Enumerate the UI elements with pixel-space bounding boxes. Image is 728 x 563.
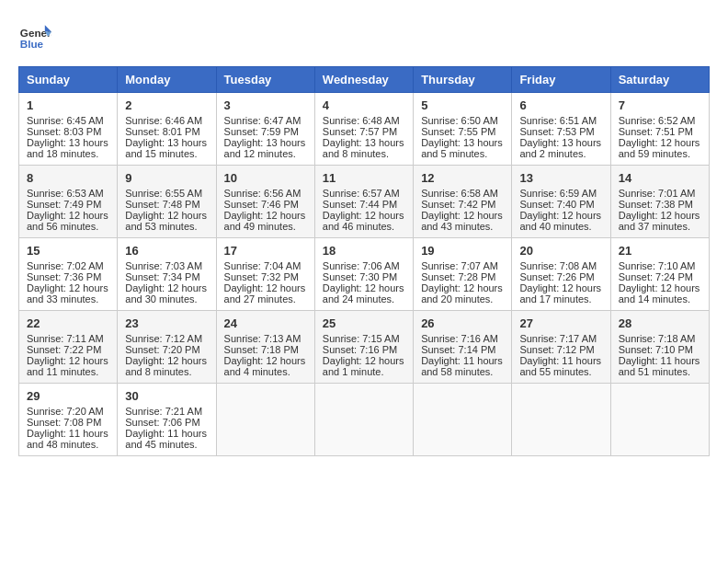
svg-text:Blue: Blue [20,38,44,50]
sunrise-text: Sunrise: 6:58 AM [421,188,504,199]
day-number: 10 [224,171,307,185]
sunrise-text: Sunrise: 6:56 AM [224,188,307,199]
day-number: 25 [323,316,405,330]
calendar-cell-day-5: 5Sunrise: 6:50 AMSunset: 7:55 PMDaylight… [414,93,512,166]
daylight-text: Daylight: 12 hours and 11 minutes. [27,355,109,377]
sunrise-text: Sunrise: 6:46 AM [125,115,208,126]
day-number: 4 [323,98,405,112]
sunset-text: Sunset: 7:18 PM [224,344,307,355]
sunset-text: Sunset: 7:24 PM [619,271,701,282]
calendar-cell-empty [314,384,413,456]
sunset-text: Sunset: 7:14 PM [421,344,504,355]
day-number: 7 [619,98,701,112]
logo: General Blue [18,18,51,52]
daylight-text: Daylight: 11 hours and 58 minutes. [421,355,504,377]
calendar-cell-day-4: 4Sunrise: 6:48 AMSunset: 7:57 PMDaylight… [314,93,413,166]
calendar-header-row: SundayMondayTuesdayWednesdayThursdayFrid… [19,67,710,93]
day-number: 17 [224,244,307,258]
day-number: 19 [421,244,504,258]
daylight-text: Daylight: 13 hours and 8 minutes. [323,137,405,159]
sunset-text: Sunset: 7:32 PM [224,271,307,282]
daylight-text: Daylight: 12 hours and 59 minutes. [619,137,701,159]
sunrise-text: Sunrise: 7:12 AM [125,333,208,344]
day-number: 29 [27,389,109,403]
day-number: 14 [619,171,701,185]
page-header: General Blue [18,18,710,52]
day-header-sunday: Sunday [19,67,118,93]
calendar-cell-day-15: 15Sunrise: 7:02 AMSunset: 7:36 PMDayligh… [19,238,118,311]
sunset-text: Sunset: 7:10 PM [619,344,701,355]
sunset-text: Sunset: 7:57 PM [323,126,405,137]
daylight-text: Daylight: 12 hours and 53 minutes. [125,210,208,232]
daylight-text: Daylight: 11 hours and 55 minutes. [519,355,602,377]
daylight-text: Daylight: 12 hours and 49 minutes. [224,210,307,232]
daylight-text: Daylight: 12 hours and 37 minutes. [619,210,701,232]
day-number: 11 [323,171,405,185]
calendar-cell-day-1: 1Sunrise: 6:45 AMSunset: 8:03 PMDaylight… [19,93,118,166]
calendar-cell-day-27: 27Sunrise: 7:17 AMSunset: 7:12 PMDayligh… [512,311,610,384]
daylight-text: Daylight: 12 hours and 4 minutes. [224,355,307,377]
daylight-text: Daylight: 13 hours and 15 minutes. [125,137,208,159]
daylight-text: Daylight: 13 hours and 18 minutes. [27,137,109,159]
day-number: 1 [27,98,109,112]
sunset-text: Sunset: 7:48 PM [125,199,208,210]
sunrise-text: Sunrise: 7:03 AM [125,260,208,271]
day-header-thursday: Thursday [414,67,512,93]
sunset-text: Sunset: 7:51 PM [619,126,701,137]
sunrise-text: Sunrise: 7:01 AM [619,188,701,199]
calendar-cell-day-25: 25Sunrise: 7:15 AMSunset: 7:16 PMDayligh… [314,311,413,384]
sunrise-text: Sunrise: 7:20 AM [27,406,109,417]
day-header-tuesday: Tuesday [216,67,314,93]
calendar-cell-day-11: 11Sunrise: 6:57 AMSunset: 7:44 PMDayligh… [314,166,413,238]
calendar-cell-day-8: 8Sunrise: 6:53 AMSunset: 7:49 PMDaylight… [19,166,118,238]
daylight-text: Daylight: 12 hours and 20 minutes. [421,282,504,304]
daylight-text: Daylight: 12 hours and 24 minutes. [323,282,405,304]
sunset-text: Sunset: 7:16 PM [323,344,405,355]
daylight-text: Daylight: 13 hours and 12 minutes. [224,137,307,159]
sunrise-text: Sunrise: 7:15 AM [323,333,405,344]
calendar-cell-day-22: 22Sunrise: 7:11 AMSunset: 7:22 PMDayligh… [19,311,118,384]
calendar-cell-day-2: 2Sunrise: 6:46 AMSunset: 8:01 PMDaylight… [118,93,216,166]
calendar-cell-day-24: 24Sunrise: 7:13 AMSunset: 7:18 PMDayligh… [216,311,314,384]
sunrise-text: Sunrise: 7:11 AM [27,333,109,344]
day-number: 20 [519,244,602,258]
sunset-text: Sunset: 8:01 PM [125,126,208,137]
daylight-text: Daylight: 12 hours and 40 minutes. [519,210,602,232]
sunrise-text: Sunrise: 6:48 AM [323,115,405,126]
day-number: 12 [421,171,504,185]
sunset-text: Sunset: 7:28 PM [421,271,504,282]
calendar-week-row: 1Sunrise: 6:45 AMSunset: 8:03 PMDaylight… [19,93,710,166]
sunset-text: Sunset: 7:08 PM [27,417,109,428]
calendar-week-row: 29Sunrise: 7:20 AMSunset: 7:08 PMDayligh… [19,384,710,456]
sunset-text: Sunset: 7:44 PM [323,199,405,210]
sunrise-text: Sunrise: 7:16 AM [421,333,504,344]
daylight-text: Daylight: 11 hours and 51 minutes. [619,355,701,377]
sunrise-text: Sunrise: 7:21 AM [125,406,208,417]
sunset-text: Sunset: 7:26 PM [519,271,602,282]
daylight-text: Daylight: 12 hours and 14 minutes. [619,282,701,304]
calendar-cell-day-6: 6Sunrise: 6:51 AMSunset: 7:53 PMDaylight… [512,93,610,166]
logo-icon: General Blue [18,18,51,52]
day-number: 24 [224,316,307,330]
calendar-cell-day-7: 7Sunrise: 6:52 AMSunset: 7:51 PMDaylight… [610,93,709,166]
calendar-cell-day-28: 28Sunrise: 7:18 AMSunset: 7:10 PMDayligh… [610,311,709,384]
daylight-text: Daylight: 12 hours and 17 minutes. [519,282,602,304]
day-number: 13 [519,171,602,185]
day-number: 28 [619,316,701,330]
day-header-monday: Monday [118,67,216,93]
sunrise-text: Sunrise: 6:47 AM [224,115,307,126]
calendar-cell-day-17: 17Sunrise: 7:04 AMSunset: 7:32 PMDayligh… [216,238,314,311]
sunrise-text: Sunrise: 7:13 AM [224,333,307,344]
sunset-text: Sunset: 7:20 PM [125,344,208,355]
day-number: 23 [125,316,208,330]
sunrise-text: Sunrise: 6:52 AM [619,115,701,126]
calendar-cell-day-12: 12Sunrise: 6:58 AMSunset: 7:42 PMDayligh… [414,166,512,238]
day-header-saturday: Saturday [610,67,709,93]
calendar-cell-day-3: 3Sunrise: 6:47 AMSunset: 7:59 PMDaylight… [216,93,314,166]
day-number: 30 [125,389,208,403]
calendar-cell-day-29: 29Sunrise: 7:20 AMSunset: 7:08 PMDayligh… [19,384,118,456]
daylight-text: Daylight: 12 hours and 27 minutes. [224,282,307,304]
day-number: 9 [125,171,208,185]
sunset-text: Sunset: 7:40 PM [519,199,602,210]
daylight-text: Daylight: 11 hours and 45 minutes. [125,428,208,450]
